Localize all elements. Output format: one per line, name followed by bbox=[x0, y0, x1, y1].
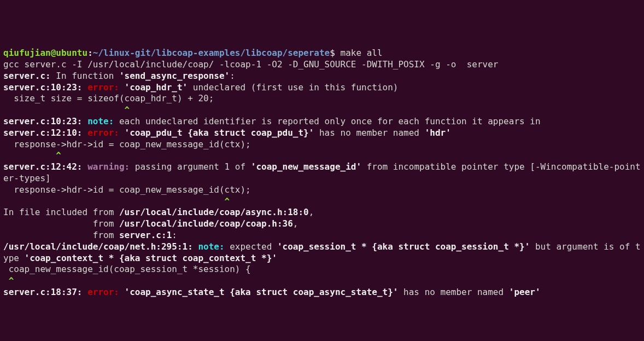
caret-indicator: ^ bbox=[3, 150, 61, 160]
loc: server.c: bbox=[3, 71, 51, 81]
file-path: /usr/local/include/coap/coap.h:36 bbox=[119, 218, 293, 229]
caret-indicator: ^ bbox=[3, 196, 230, 206]
caret-indicator: ^ bbox=[3, 275, 14, 286]
command[interactable]: make all bbox=[341, 48, 383, 58]
prompt-path: ~/linux-git/libcoap-examples/libcoap/sep… bbox=[93, 48, 330, 58]
error-tag: error: bbox=[87, 128, 124, 138]
loc: server.c:10:23: bbox=[3, 116, 87, 126]
loc: server.c:12:42: bbox=[3, 161, 87, 172]
loc: server.c:10:23: bbox=[3, 82, 87, 93]
source-line: response->hdr->id = coap_new_message_id(… bbox=[3, 184, 251, 195]
error-tag: error: bbox=[87, 287, 124, 297]
error-tag: error: bbox=[87, 82, 124, 93]
terminal-output: qiufujian@ubuntu:~/linux-git/libcoap-exa… bbox=[3, 48, 641, 298]
caret-indicator: ^ bbox=[3, 105, 130, 115]
prompt: qiufujian@ubuntu:~/linux-git/libcoap-exa… bbox=[3, 48, 341, 58]
source-line: size_t size = sizeof(coap_hdr_t) + 20; bbox=[3, 93, 214, 103]
prompt-user: qiufujian@ubuntu bbox=[3, 48, 87, 58]
file-path: /usr/local/include/coap/async.h:18:0 bbox=[119, 207, 309, 217]
loc: server.c:18:37: bbox=[3, 287, 87, 297]
file-path: server.c:1 bbox=[119, 230, 172, 240]
loc: server.c:12:10: bbox=[3, 128, 87, 138]
gcc-line: gcc server.c -I /usr/local/include/coap/… bbox=[3, 59, 498, 70]
note-tag: note: bbox=[198, 241, 230, 252]
warning-tag: warning: bbox=[87, 161, 135, 172]
note-tag: note: bbox=[87, 116, 119, 126]
loc: /usr/local/include/coap/net.h:295:1: bbox=[3, 241, 198, 252]
source-line: response->hdr->id = coap_new_message_id(… bbox=[3, 139, 251, 149]
source-line: coap_new_message_id(coap_session_t *sess… bbox=[3, 264, 251, 274]
